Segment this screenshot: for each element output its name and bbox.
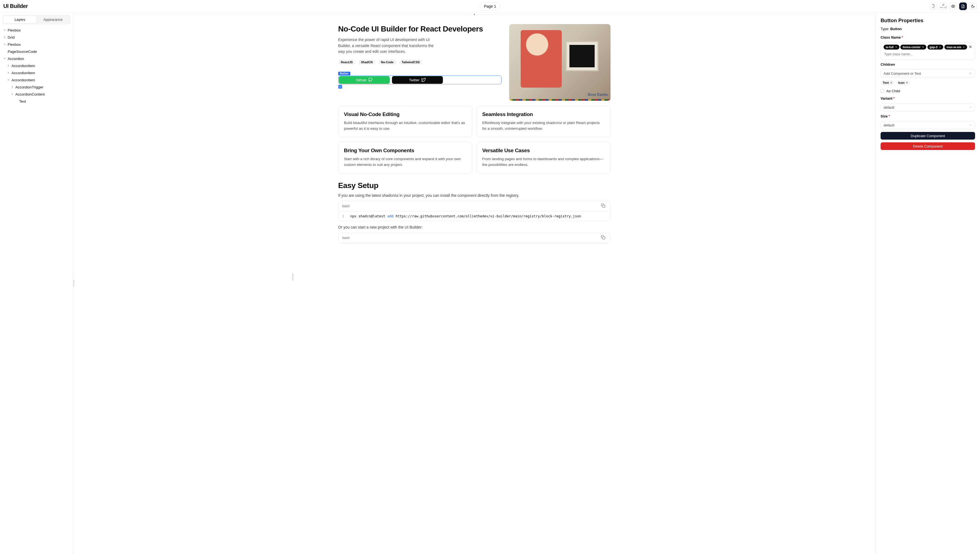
tree-row[interactable]: Flexbox [0, 41, 73, 48]
hero-subtext: Experience the power of rapid UI develop… [338, 37, 437, 55]
as-child-checkbox[interactable] [881, 89, 884, 93]
setup-heading: Easy Setup [338, 181, 611, 190]
tree-label: Flexbox [8, 43, 21, 46]
theme-toggle[interactable] [969, 2, 977, 10]
children-select[interactable]: Add Component or Text [881, 69, 975, 78]
class-chip[interactable]: w-full [884, 45, 899, 49]
card-body: Build beautiful interfaces through an in… [344, 120, 466, 132]
undo-button[interactable]: ⌘Z [930, 2, 937, 10]
child-chip[interactable]: Text [881, 80, 895, 85]
twitter-icon [421, 78, 426, 82]
class-chip[interactable]: items-center [900, 45, 926, 49]
chevron-down-icon[interactable] [10, 92, 14, 96]
hero-illustration: Brent Rambo [509, 24, 611, 101]
delete-component-button[interactable]: Delete Component [881, 142, 975, 150]
codeblock-lang: bash [342, 204, 350, 208]
class-chip[interactable]: gap-2 [927, 45, 943, 49]
chevron-down-icon [969, 106, 972, 109]
class-name-input[interactable]: w-full items-center gap-2 max-w-sm [881, 42, 975, 60]
child-chip[interactable]: Icon [896, 80, 910, 85]
chevron-down-icon[interactable] [3, 57, 6, 60]
chevron-right-icon[interactable] [3, 35, 6, 39]
remove-icon[interactable] [963, 46, 965, 48]
tree-row[interactable]: AccordionContent [0, 91, 73, 98]
tech-badge: TailwindCSS [399, 60, 423, 65]
add-section-button[interactable] [472, 13, 477, 17]
twitter-button[interactable]: Twitter [392, 76, 443, 84]
codeblock-lang: bash [342, 236, 350, 240]
feature-card: Seamless IntegrationEffortlessly integra… [477, 106, 611, 137]
tree-row[interactable]: AccordionItem [0, 62, 73, 69]
size-select[interactable]: default [881, 121, 975, 129]
tree-row[interactable]: AccordionItem [0, 69, 73, 76]
tree-label: AccordionItem [11, 78, 35, 82]
remove-icon[interactable] [890, 81, 892, 84]
chevron-right-icon[interactable] [3, 43, 6, 46]
redo-button[interactable]: ⌘+⇧+Z [940, 2, 947, 10]
copy-button[interactable] [601, 235, 607, 240]
remove-icon[interactable] [906, 81, 908, 84]
layers-tab[interactable]: Layers [3, 16, 37, 23]
hero-heading: No-Code UI Builder for React Developers [338, 24, 501, 33]
card-title: Versatile Use Cases [482, 148, 605, 154]
remove-icon[interactable] [922, 46, 924, 48]
card-body: From landing pages and forms to dashboar… [482, 156, 605, 168]
tech-badge: ReactJS [338, 60, 356, 65]
undo-shortcut: ⌘Z [932, 6, 935, 9]
children-label: Children [881, 62, 975, 67]
card-title: Seamless Integration [482, 111, 605, 118]
selected-layer-tag: Button [338, 72, 350, 75]
redo-shortcut: ⌘+⇧+Z [940, 6, 946, 9]
tech-badge: ShadCN [358, 60, 375, 65]
selection-handle[interactable] [338, 85, 342, 89]
class-chip[interactable]: max-w-sm [944, 45, 967, 49]
app-title: UI Builder [3, 3, 28, 9]
tree-row[interactable]: Flexbox [0, 27, 73, 33]
tree-row[interactable]: Text [0, 98, 73, 105]
export-button[interactable] [959, 2, 967, 10]
chevron-right-icon[interactable] [6, 64, 10, 68]
layers-tree[interactable]: FlexboxGridFlexboxPageSourceCodeAccordio… [0, 27, 73, 554]
twitter-button-label: Twitter [409, 78, 419, 82]
remove-icon[interactable] [895, 46, 897, 48]
copy-button[interactable] [601, 203, 607, 209]
appearance-tab[interactable]: Appearance [37, 16, 70, 23]
duplicate-component-button[interactable]: Duplicate Component [881, 132, 975, 140]
feature-card: Versatile Use CasesFrom landing pages an… [477, 142, 611, 174]
chevron-right-icon[interactable] [3, 28, 6, 32]
tree-row[interactable]: Grid [0, 33, 73, 41]
github-button[interactable]: Github [339, 76, 390, 84]
clear-classes-button[interactable] [968, 45, 973, 49]
github-icon [368, 78, 372, 82]
resize-handle-right[interactable] [292, 273, 294, 281]
chevron-right-icon[interactable] [10, 85, 14, 89]
tree-row[interactable]: PageSourceCode [0, 48, 73, 55]
tree-label: Grid [8, 35, 15, 40]
tree-label: PageSourceCode [8, 49, 37, 54]
tree-row[interactable]: Accordion [0, 55, 73, 62]
spacer [14, 99, 18, 103]
class-name-textinput[interactable] [884, 51, 972, 57]
svg-point-0 [953, 6, 954, 7]
svg-rect-5 [603, 237, 605, 239]
chevron-down-icon[interactable] [6, 78, 10, 82]
chevron-down-icon [969, 123, 972, 127]
chevron-right-icon[interactable] [6, 71, 10, 75]
tree-label: Flexbox [8, 28, 21, 32]
remove-icon[interactable] [939, 46, 941, 48]
image-signature: Brent Rambo [587, 92, 608, 97]
page-selector[interactable]: Page 1 [480, 2, 500, 10]
svg-rect-4 [603, 205, 605, 207]
tree-label: AccordionTrigger [15, 85, 43, 89]
card-body: Effortlessly integrate with your existin… [482, 120, 605, 132]
tree-row[interactable]: AccordionItem [0, 76, 73, 83]
variant-select[interactable]: default [881, 103, 975, 111]
canvas-scroll[interactable]: No-Code UI Builder for React Developers … [73, 16, 875, 554]
setup-text-1: If you are using the latest shadcn/ui in… [338, 193, 611, 197]
tree-label: AccordionItem [11, 71, 35, 75]
preview-button[interactable] [949, 2, 957, 10]
as-child-label: As Child [886, 89, 900, 93]
variant-label: Variant* [881, 96, 975, 100]
setup-text-2: Or you can start a new project with the … [338, 225, 611, 229]
tree-row[interactable]: AccordionTrigger [0, 83, 73, 91]
